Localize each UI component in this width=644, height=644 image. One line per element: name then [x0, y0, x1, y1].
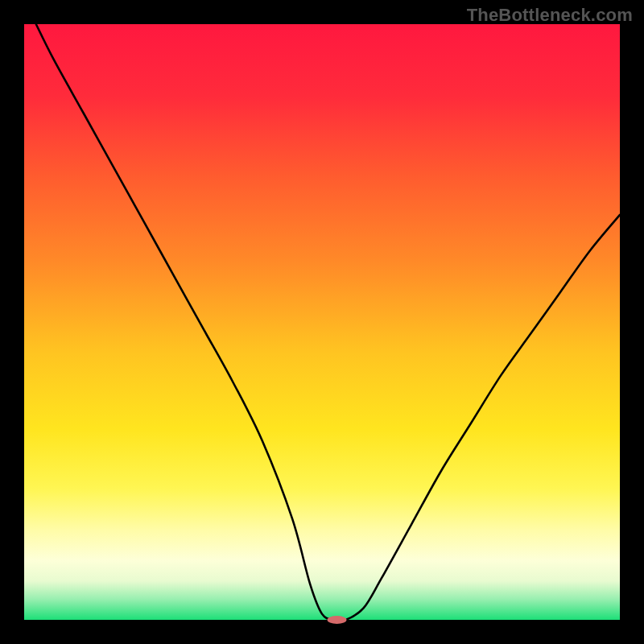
optimum-marker — [328, 616, 347, 624]
chart-frame: TheBottleneck.com — [0, 0, 644, 644]
watermark-text: TheBottleneck.com — [467, 5, 633, 26]
bottleneck-chart — [0, 0, 644, 644]
plot-background — [24, 24, 620, 620]
